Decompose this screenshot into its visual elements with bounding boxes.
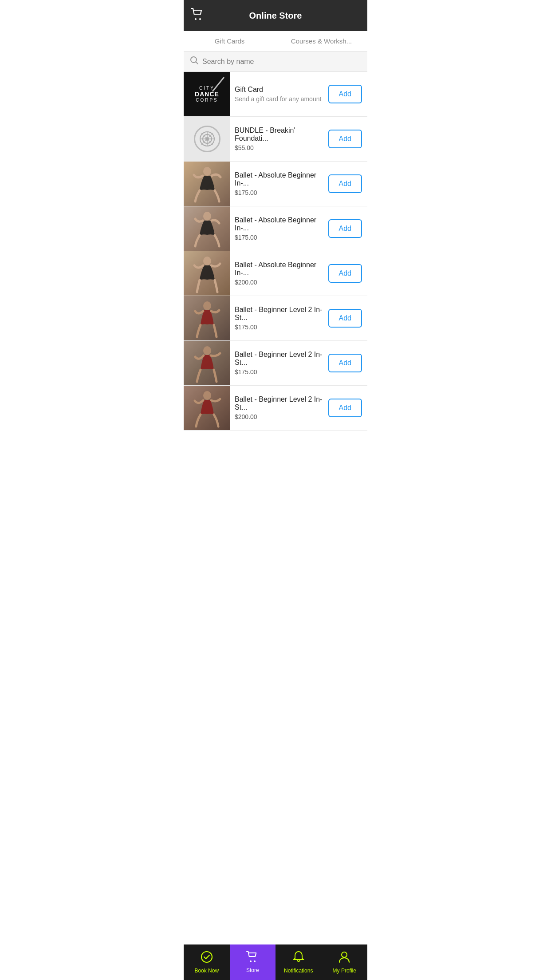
list-item: CITY DANCE CORPS Gift Card Send a gift c… [184,72,367,117]
svg-point-12 [203,212,211,221]
product-thumbnail [184,117,230,161]
add-button[interactable]: Add [328,130,362,148]
list-item: Ballet - Absolute Beginner In-... $175.0… [184,162,367,206]
product-price: $175.00 [235,234,324,241]
dancer-silhouette [192,300,223,340]
dancer-silhouette [192,256,223,296]
product-info: Gift Card Send a gift card for any amoun… [230,80,328,108]
product-thumbnail [184,341,230,385]
dancer-silhouette [192,390,223,430]
add-button[interactable]: Add [328,174,362,193]
list-item: Ballet - Absolute Beginner In-... $175.0… [184,206,367,251]
cart-icon[interactable] [191,8,209,23]
product-price: $55.00 [235,144,324,151]
product-name: Ballet - Beginner Level 2 In-St... [235,351,324,367]
product-price: $200.00 [235,279,324,286]
dancer-silhouette [192,166,223,206]
add-button[interactable]: Add [328,85,362,103]
category-tabs: Gift Cards Courses & Worksh... [184,31,367,51]
product-name: Gift Card [235,86,324,94]
product-thumbnail: CITY DANCE CORPS [184,72,230,116]
tab-gift-cards[interactable]: Gift Cards [184,31,276,51]
product-thumbnail [184,251,230,296]
svg-line-3 [213,77,224,91]
add-button[interactable]: Add [328,264,362,283]
product-info: Ballet - Beginner Level 2 In-St... $175.… [230,345,328,381]
list-item: Ballet - Beginner Level 2 In-St... $175.… [184,296,367,341]
svg-point-15 [203,346,211,355]
product-name: Ballet - Beginner Level 2 In-St... [235,395,324,411]
dancer-silhouette [192,211,223,251]
list-item: Ballet - Beginner Level 2 In-St... $175.… [184,341,367,386]
product-price: $175.00 [235,324,324,331]
product-info: BUNDLE - Breakin' Foundati... $55.00 [230,121,328,157]
list-item: BUNDLE - Breakin' Foundati... $55.00 Add [184,117,367,162]
add-button[interactable]: Add [328,219,362,238]
list-item: Ballet - Absolute Beginner In-... $200.0… [184,251,367,296]
svg-point-1 [199,18,201,20]
product-name: Ballet - Absolute Beginner In-... [235,171,324,187]
product-info: Ballet - Absolute Beginner In-... $200.0… [230,256,328,291]
product-name: BUNDLE - Breakin' Foundati... [235,126,324,142]
dancer-silhouette [192,345,223,385]
app-header: Online Store [184,0,367,31]
search-icon [190,56,199,67]
product-info: Ballet - Beginner Level 2 In-St... $200.… [230,390,328,426]
search-bar [184,51,367,72]
product-list: CITY DANCE CORPS Gift Card Send a gift c… [184,72,367,466]
product-info: Ballet - Absolute Beginner In-... $175.0… [230,166,328,202]
product-name: Ballet - Absolute Beginner In-... [235,216,324,232]
product-thumbnail [184,296,230,340]
add-button[interactable]: Add [328,309,362,328]
product-price: $200.00 [235,413,324,420]
add-button[interactable]: Add [328,354,362,372]
bundle-icon [194,126,220,152]
product-thumbnail [184,206,230,251]
svg-point-16 [203,391,211,400]
product-info: Ballet - Beginner Level 2 In-St... $175.… [230,300,328,336]
page-title: Online Store [209,11,342,21]
product-price: $175.00 [235,189,324,196]
svg-point-14 [203,301,211,310]
product-name: Ballet - Beginner Level 2 In-St... [235,306,324,322]
svg-point-13 [203,257,211,265]
svg-point-0 [195,18,197,20]
product-thumbnail [184,162,230,206]
tab-courses[interactable]: Courses & Worksh... [276,31,367,51]
product-name: Ballet - Absolute Beginner In-... [235,261,324,277]
product-price: $175.00 [235,368,324,375]
search-input[interactable] [202,58,361,66]
list-item: Ballet - Beginner Level 2 In-St... $200.… [184,386,367,431]
product-info: Ballet - Absolute Beginner In-... $175.0… [230,211,328,246]
svg-point-11 [203,167,211,176]
product-thumbnail [184,386,230,430]
product-subtitle: Send a gift card for any amount [235,95,324,103]
add-button[interactable]: Add [328,399,362,417]
